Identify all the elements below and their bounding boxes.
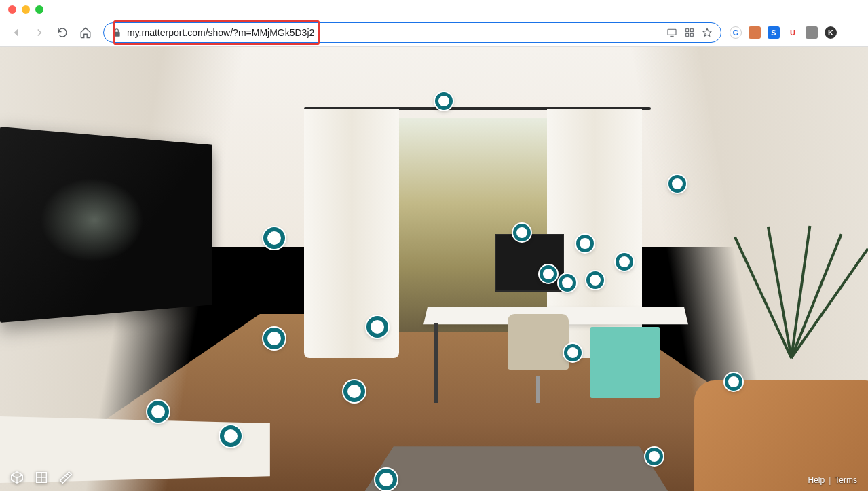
extension-icon-0[interactable]: G <box>730 26 742 39</box>
star-icon[interactable] <box>702 27 713 38</box>
address-bar-actions <box>666 27 713 38</box>
hotspot-11[interactable] <box>559 274 576 292</box>
hotspot-6[interactable] <box>343 380 365 402</box>
home-icon <box>79 26 92 39</box>
address-bar[interactable] <box>103 22 721 43</box>
extension-icon-1[interactable] <box>749 26 761 39</box>
back-button[interactable] <box>7 23 26 42</box>
hotspot-3[interactable] <box>366 316 388 338</box>
measure-button[interactable] <box>58 470 73 485</box>
extension-icon-4[interactable] <box>806 26 818 39</box>
extension-icon-2[interactable]: S <box>768 26 780 39</box>
address-bar-container <box>103 22 721 43</box>
window-titlebar <box>0 0 868 19</box>
hotspot-5[interactable] <box>220 425 242 447</box>
hotspot-7[interactable] <box>375 469 397 490</box>
url-input[interactable] <box>127 27 661 38</box>
hotspot-9[interactable] <box>540 265 557 283</box>
svg-rect-1 <box>686 29 689 32</box>
dollhouse-view-button[interactable] <box>10 470 24 485</box>
hotspot-12[interactable] <box>586 271 604 289</box>
viewer-controls-left <box>10 470 73 485</box>
window-controls <box>8 5 43 14</box>
matterport-viewer[interactable]: Help | Terms <box>0 47 868 491</box>
svg-rect-3 <box>686 33 689 36</box>
hotspot-10[interactable] <box>576 235 594 252</box>
home-button[interactable] <box>76 23 95 42</box>
hotspot-13[interactable] <box>616 253 633 271</box>
extensions-tray: GSUK <box>730 26 861 39</box>
floorplan-view-button[interactable] <box>34 470 49 485</box>
lock-icon <box>112 28 121 37</box>
reload-button[interactable] <box>53 23 72 42</box>
svg-rect-2 <box>690 29 693 32</box>
room-scene <box>0 47 868 491</box>
browser-toolbar: GSUK <box>0 19 868 46</box>
arrow-left-icon <box>10 26 22 39</box>
hotspot-2[interactable] <box>263 328 285 349</box>
extension-icon-5[interactable]: K <box>825 26 837 39</box>
hotspot-14[interactable] <box>564 344 582 361</box>
arrow-right-icon <box>33 26 45 39</box>
browser-chrome: GSUK <box>0 0 868 47</box>
maximize-window-button[interactable] <box>35 5 43 14</box>
viewer-footer-links: Help | Terms <box>808 475 857 485</box>
terms-link[interactable]: Terms <box>835 475 857 485</box>
hotspot-15[interactable] <box>668 175 686 193</box>
hotspot-4[interactable] <box>147 401 169 423</box>
extension-icon-3[interactable]: U <box>787 26 799 39</box>
help-link[interactable]: Help <box>808 475 825 485</box>
reload-icon <box>56 26 69 39</box>
hotspot-17[interactable] <box>645 448 663 465</box>
forward-button[interactable] <box>30 23 49 42</box>
minimize-window-button[interactable] <box>22 5 30 14</box>
footer-separator: | <box>829 475 831 485</box>
svg-rect-0 <box>668 29 676 35</box>
grid-icon[interactable] <box>684 27 695 38</box>
hotspot-0[interactable] <box>435 92 453 110</box>
screencast-icon[interactable] <box>666 27 677 38</box>
hotspot-8[interactable] <box>513 224 531 241</box>
svg-rect-4 <box>690 33 693 36</box>
extension-icon-6[interactable] <box>844 26 856 39</box>
hotspot-16[interactable] <box>725 373 742 391</box>
close-window-button[interactable] <box>8 5 16 14</box>
hotspot-1[interactable] <box>263 227 285 249</box>
